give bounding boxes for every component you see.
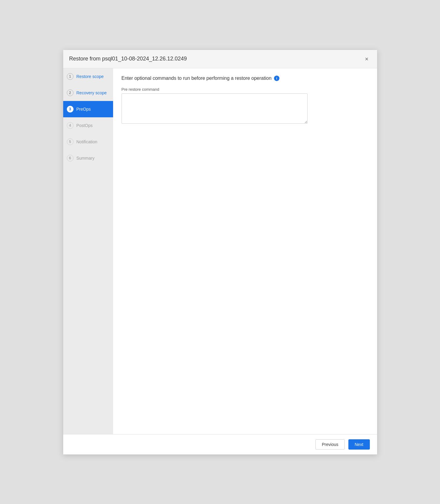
section-title-text: Enter optional commands to run before pe… (122, 76, 272, 81)
dialog-body: 1 Restore scope 2 Recovery scope 3 PreOp… (63, 68, 377, 434)
sidebar-item-label-3: PreOps (77, 107, 91, 112)
sidebar-item-restore-scope[interactable]: 1 Restore scope (63, 68, 113, 85)
sidebar: 1 Restore scope 2 Recovery scope 3 PreOp… (63, 68, 113, 434)
sidebar-item-notification[interactable]: 5 Notification (63, 134, 113, 150)
sidebar-item-label-4: PostOps (77, 123, 93, 128)
dialog-title: Restore from psql01_10-08-2024_12.26.12.… (69, 56, 187, 62)
step-badge-1: 1 (67, 73, 73, 80)
dialog-header: Restore from psql01_10-08-2024_12.26.12.… (63, 50, 377, 68)
sidebar-item-recovery-scope[interactable]: 2 Recovery scope (63, 85, 113, 101)
sidebar-item-preops[interactable]: 3 PreOps (63, 101, 113, 117)
step-badge-2: 2 (67, 89, 73, 96)
sidebar-item-label-5: Notification (77, 139, 97, 144)
next-button[interactable]: Next (348, 439, 370, 450)
sidebar-item-label-6: Summary (77, 156, 95, 161)
dialog-container: Restore from psql01_10-08-2024_12.26.12.… (63, 50, 377, 455)
pre-restore-command-input[interactable] (122, 93, 308, 124)
section-title: Enter optional commands to run before pe… (122, 76, 369, 81)
sidebar-item-postops[interactable]: 4 PostOps (63, 117, 113, 134)
sidebar-item-summary[interactable]: 6 Summary (63, 150, 113, 166)
close-button[interactable]: × (363, 55, 371, 63)
step-badge-5: 5 (67, 138, 73, 145)
dialog-footer: Previous Next (63, 434, 377, 454)
step-badge-6: 6 (67, 155, 73, 161)
sidebar-item-label-2: Recovery scope (77, 90, 107, 95)
step-badge-4: 4 (67, 122, 73, 129)
sidebar-item-label-1: Restore scope (77, 74, 104, 79)
previous-button[interactable]: Previous (315, 439, 344, 450)
step-badge-3: 3 (67, 106, 73, 112)
field-label: Pre restore command (122, 87, 369, 92)
main-content: Enter optional commands to run before pe… (113, 68, 377, 434)
pre-restore-field: Pre restore command (122, 87, 369, 125)
info-icon[interactable]: i (274, 76, 279, 81)
